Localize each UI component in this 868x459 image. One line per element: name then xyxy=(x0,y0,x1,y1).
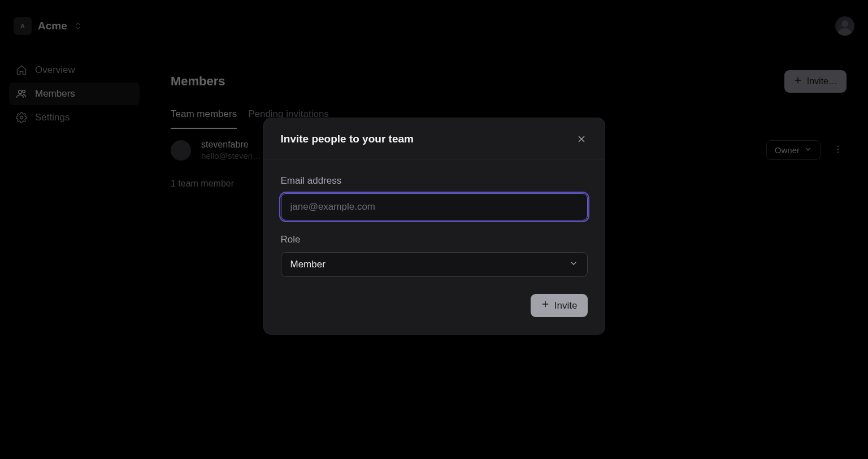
plus-icon xyxy=(541,300,550,311)
role-select-value: Member xyxy=(290,259,326,270)
email-field-label: Email address xyxy=(281,175,588,187)
role-select[interactable]: Member xyxy=(281,252,588,277)
invite-submit-label: Invite xyxy=(554,300,578,311)
email-field[interactable] xyxy=(281,193,588,220)
modal-close-button[interactable] xyxy=(575,133,588,145)
invite-submit-button[interactable]: Invite xyxy=(531,294,588,317)
modal-title: Invite people to your team xyxy=(281,133,414,145)
role-field-label: Role xyxy=(281,234,588,245)
chevron-down-icon xyxy=(569,259,578,271)
invite-modal: Invite people to your team Email address… xyxy=(263,118,605,335)
modal-overlay[interactable]: Invite people to your team Email address… xyxy=(0,0,868,459)
